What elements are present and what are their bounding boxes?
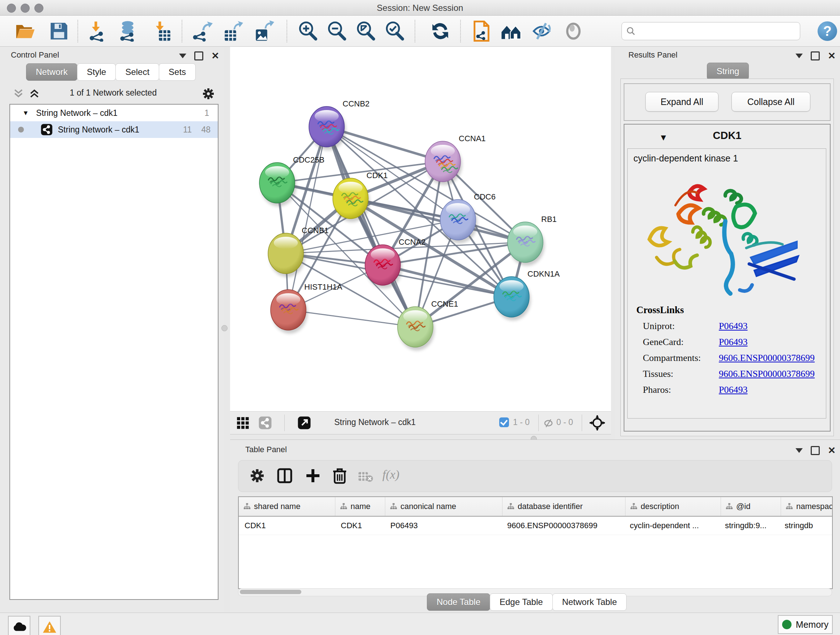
column-header-shared-name[interactable]: shared name	[239, 497, 335, 516]
panel-float-icon[interactable]	[194, 51, 203, 60]
tab-network-table[interactable]: Network Table	[553, 593, 627, 611]
delete-table-icon[interactable]	[358, 470, 374, 483]
panel-float-icon[interactable]	[811, 51, 820, 60]
node-CCNE1[interactable]	[398, 307, 434, 350]
function-builder-icon[interactable]: f(x)	[382, 468, 399, 481]
network-row[interactable]: String Network – cdk1 11 48	[10, 121, 218, 138]
panel-float-icon[interactable]	[811, 446, 820, 455]
zoom-fit-icon[interactable]	[355, 21, 376, 42]
show-columns-icon[interactable]	[276, 467, 294, 485]
warnings-button[interactable]	[38, 616, 61, 635]
crosslink-link[interactable]: P06493	[719, 385, 747, 395]
selected-nodes-checkbox[interactable]	[499, 417, 509, 427]
grid-view-icon[interactable]	[236, 416, 249, 430]
save-session-icon[interactable]	[49, 21, 69, 42]
share-document-icon[interactable]	[471, 21, 492, 42]
help-button[interactable]: ?	[818, 21, 837, 41]
node-CDKN1A[interactable]	[494, 277, 531, 320]
gene-card-header[interactable]: ▼ CDK1	[624, 125, 830, 148]
table-cell: stringdb	[779, 516, 833, 535]
column-header-description[interactable]: description	[625, 497, 721, 516]
string-network-graph[interactable]: CCNB2CCNA1CDC25BCDK1CDC6RB1CCNB1CCNA2CDK…	[230, 47, 611, 411]
hidden-items-icon[interactable]	[543, 417, 554, 429]
collapse-all-button[interactable]: Collapse All	[731, 92, 810, 111]
network-canvas[interactable]: CCNB2CCNA1CDC25BCDK1CDC6RB1CCNB1CCNA2CDK…	[230, 47, 611, 411]
tab-style[interactable]: Style	[77, 63, 116, 81]
memory-button[interactable]: Memory	[778, 615, 833, 634]
tab-node-table[interactable]: Node Table	[427, 593, 490, 611]
panel-close-icon[interactable]: ✕	[828, 52, 836, 59]
tab-edge-table[interactable]: Edge Table	[490, 593, 553, 611]
export-network-icon[interactable]	[192, 21, 213, 42]
scrollbar-thumb[interactable]	[240, 590, 302, 594]
left-splitter-handle[interactable]	[221, 325, 227, 331]
column-header-name[interactable]: name	[335, 497, 385, 516]
gene-description: cyclin-dependent kinase 1	[633, 153, 738, 164]
home-icon[interactable]	[501, 21, 522, 42]
tab-network[interactable]: Network	[26, 63, 77, 81]
network-view-icon[interactable]	[258, 416, 272, 430]
export-table-icon[interactable]	[222, 21, 243, 42]
search-input[interactable]	[638, 24, 796, 38]
column-header-canonical-name[interactable]: canonical name	[385, 497, 502, 516]
node-CCNB2[interactable]	[309, 106, 346, 150]
export-image-icon[interactable]	[253, 21, 274, 42]
results-panel-title: Results Panel	[628, 50, 677, 60]
title-bar: Session: New Session	[0, 0, 840, 16]
window-title: Session: New Session	[0, 3, 840, 13]
table-settings-gear-icon[interactable]	[248, 467, 266, 485]
eye-icon[interactable]	[563, 21, 584, 42]
crosslink-link[interactable]: 9606.ENSP00000378699	[719, 353, 815, 363]
node-CCNA2[interactable]	[365, 245, 402, 288]
crosslink-row: Tissues:9606.ENSP00000378699	[636, 369, 815, 379]
column-header-@id[interactable]: @id	[721, 497, 781, 516]
import-table-icon[interactable]	[152, 21, 173, 42]
cloud-button[interactable]	[8, 616, 30, 635]
delete-column-trash-icon[interactable]	[331, 467, 348, 485]
tab-select[interactable]: Select	[115, 63, 159, 81]
right-splitter[interactable]	[611, 47, 615, 440]
main-toolbar: ?	[0, 16, 840, 47]
node-table: shared namenamecanonical namedatabase id…	[238, 496, 833, 589]
open-session-icon[interactable]	[14, 21, 35, 42]
node-CDC25B[interactable]	[259, 163, 296, 206]
panel-menu-icon[interactable]	[796, 448, 803, 453]
crosslinks-section: CrossLinks Uniprot:P06493GeneCard:P06493…	[636, 304, 815, 395]
panel-menu-icon[interactable]	[179, 54, 186, 58]
import-network-icon[interactable]	[88, 21, 109, 42]
import-database-icon[interactable]	[117, 21, 138, 42]
zoom-selected-icon[interactable]	[384, 21, 405, 42]
crosslink-link[interactable]: P06493	[719, 321, 747, 332]
table-cell: stringdb:9...	[719, 516, 779, 535]
panel-menu-icon[interactable]	[796, 54, 803, 58]
tree-expander-icon[interactable]: ▼	[22, 109, 29, 117]
network-collection-row[interactable]: ▼ String Network – cdk1 1	[10, 105, 218, 121]
panel-close-icon[interactable]: ✕	[828, 447, 836, 454]
node-HIST1H1A[interactable]	[271, 290, 308, 333]
column-header-database-identifier[interactable]: database identifier	[502, 497, 625, 516]
table-cell: 9606.ENSP00000378699	[501, 516, 624, 535]
hide-unhide-icon[interactable]	[531, 21, 552, 42]
gear-icon[interactable]	[201, 87, 216, 101]
node-CCNA1[interactable]	[425, 141, 462, 185]
zoom-in-icon[interactable]	[297, 21, 318, 42]
column-header-namespace[interactable]: namespace	[781, 497, 833, 516]
table-row[interactable]: CDK1CDK1P064939606.ENSP00000378699cyclin…	[239, 516, 832, 535]
crosslink-link[interactable]: 9606.ENSP00000378699	[719, 369, 815, 379]
node-label-CDK1: CDK1	[366, 171, 388, 180]
birds-eye-view-icon[interactable]	[589, 415, 606, 431]
refresh-icon[interactable]	[430, 21, 451, 42]
node-CDK1[interactable]	[333, 178, 370, 222]
open-in-new-window-icon[interactable]	[297, 416, 311, 430]
expand-all-button[interactable]: Expand All	[645, 92, 718, 111]
panel-close-icon[interactable]: ✕	[211, 52, 219, 59]
edge-CCNB2-CCNE1[interactable]	[327, 127, 415, 327]
tab-sets[interactable]: Sets	[159, 63, 196, 81]
crosslink-link[interactable]: P06493	[719, 337, 747, 348]
node-RB1[interactable]	[508, 222, 545, 266]
zoom-out-icon[interactable]	[326, 21, 347, 42]
crosslinks-heading: CrossLinks	[636, 304, 815, 316]
tab-string[interactable]: String	[707, 63, 749, 80]
node-label-CDC25B: CDC25B	[293, 155, 325, 165]
add-column-icon[interactable]	[304, 467, 322, 485]
